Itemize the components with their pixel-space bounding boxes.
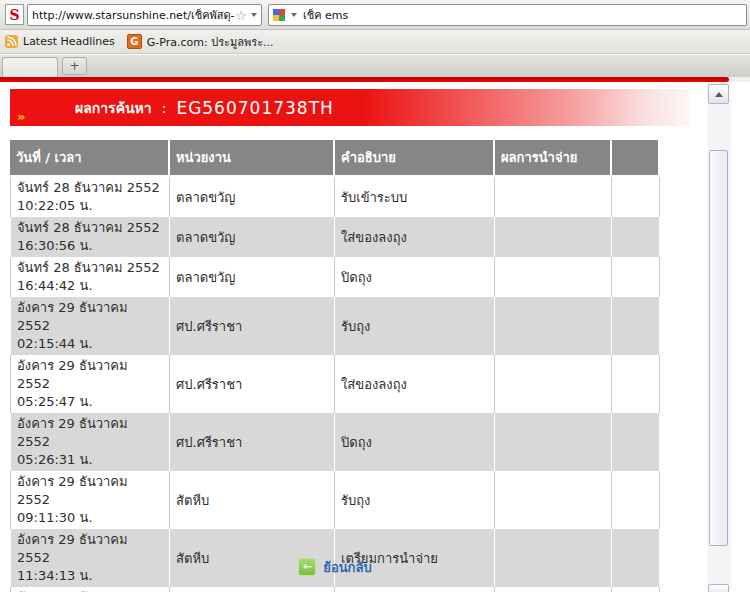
cell-unit: ศป.ศรีราชา (170, 297, 335, 355)
table-row: จันทร์ 28 ธันวาคม 255216:44:42 น. ตลาดขว… (10, 257, 660, 297)
cell-recipient (612, 297, 660, 355)
cell-result: ผู้รับได้รับเรียบร้อย (495, 587, 612, 592)
table-row: จันทร์ 28 ธันวาคม 255216:30:56 น. ตลาดขว… (10, 217, 660, 257)
scrollbar-up-button[interactable] (708, 84, 729, 104)
bookmark-gpra[interactable]: G G-Pra.com: ประมูลพระ... (127, 33, 274, 51)
tracking-table: วันที่ / เวลา หน่วยงาน คำอธิบาย ผลการนำจ… (10, 140, 660, 592)
cell-datetime: จันทร์ 28 ธันวาคม 255216:44:42 น. (10, 257, 170, 297)
navigation-toolbar: S http://www.starsunshine.net/เช็คพัสดุ-… (0, 0, 750, 30)
favicon-letter: S (9, 7, 19, 23)
cell-datetime: อังคาร 29 ธันวาคม 255202:15:44 น. (10, 297, 170, 355)
cell-unit: ศป.ศรีราชา (170, 355, 335, 413)
page-content: » ผลการค้นหา : EG560701738TH วันที่ / เว… (0, 82, 750, 592)
cell-description: ใส่ของลงถุง (335, 355, 495, 413)
cell-unit: ตลาดขวัญ (170, 177, 335, 217)
header-description: คำอธิบาย (335, 140, 495, 177)
cell-datetime: อังคาร 29 ธันวาคม 255209:11:30 น. (10, 471, 170, 529)
table-row: อังคาร 29 ธันวาคม 255209:11:30 น. สัตหีบ… (10, 471, 660, 529)
browser-tab[interactable] (2, 57, 58, 77)
cell-recipient (612, 217, 660, 257)
header-result: ผลการนำจ่าย (495, 140, 612, 177)
bookmark-star-icon[interactable]: ☆ (235, 9, 247, 22)
cell-result (495, 177, 612, 217)
back-button[interactable]: ← ย้อนกลับ (298, 557, 371, 578)
header-blank (612, 140, 660, 177)
table-row: อังคาร 29 ธันวาคม 255209:00-11:59 น. สัต… (10, 587, 660, 592)
bookmark-latest-headlines[interactable]: Latest Headlines (5, 35, 115, 48)
cell-unit: สัตหีบ (170, 587, 335, 592)
scrollbar-down-button[interactable] (708, 584, 729, 592)
cell-recipient (612, 471, 660, 529)
cell-unit: ตลาดขวัญ (170, 257, 335, 297)
tracking-number: EG560701738TH (176, 98, 333, 118)
url-bar[interactable]: http://www.starsunshine.net/เช็คพัสดุ-EM… (27, 4, 262, 26)
header-datetime: วันที่ / เวลา (10, 140, 170, 177)
cell-description: ปิดถุง (335, 257, 495, 297)
cell-datetime: อังคาร 29 ธันวาคม 255205:25:47 น. (10, 355, 170, 413)
cell-datetime: จันทร์ 28 ธันวาคม 255216:30:56 น. (10, 217, 170, 257)
bookmark-label: G-Pra.com: ประมูลพระ... (147, 33, 274, 51)
scrollbar-thumb[interactable] (709, 150, 728, 546)
cell-result (495, 471, 612, 529)
header-unit: หน่วยงาน (170, 140, 335, 177)
new-tab-button[interactable]: + (62, 57, 87, 75)
gpra-icon: G (127, 34, 142, 49)
cell-recipient (612, 355, 660, 413)
tab-bar: + (0, 54, 750, 77)
result-header-separator: : (162, 100, 167, 116)
up-arrow-icon (715, 92, 723, 97)
chevron-double-icon: » (17, 109, 25, 124)
cell-result (495, 217, 612, 257)
cell-recipient (612, 177, 660, 217)
cell-description: รับเข้าระบบ (335, 177, 495, 217)
search-text: เช็ค ems (303, 6, 742, 24)
bookmark-label: Latest Headlines (23, 35, 115, 48)
bookmarks-toolbar: Latest Headlines G G-Pra.com: ประมูลพระ.… (0, 30, 750, 54)
cell-unit: ศป.ศรีราชา (170, 413, 335, 471)
cell-description: รับถุง (335, 471, 495, 529)
cell-recipient (612, 413, 660, 471)
cell-recipient (612, 257, 660, 297)
cell-result (495, 413, 612, 471)
cell-description: ปิดถุง (335, 413, 495, 471)
table-header-row: วันที่ / เวลา หน่วยงาน คำอธิบาย ผลการนำจ… (10, 140, 660, 177)
cell-result (495, 297, 612, 355)
cell-datetime: อังคาร 29 ธันวาคม 255205:26:31 น. (10, 413, 170, 471)
cell-unit: ตลาดขวัญ (170, 217, 335, 257)
vertical-scrollbar (707, 83, 731, 592)
url-text: http://www.starsunshine.net/เช็คพัสดุ-EM… (32, 6, 235, 24)
url-dropdown-caret-icon[interactable] (251, 13, 257, 17)
back-button-label: ย้อนกลับ (323, 557, 371, 578)
cell-result (495, 257, 612, 297)
cell-description: ใส่ของลงถุง (335, 217, 495, 257)
back-arrow-icon: ← (298, 558, 316, 576)
table-row: จันทร์ 28 ธันวาคม 255210:22:05 น. ตลาดขว… (10, 177, 660, 217)
back-navigation: ← ย้อนกลับ (10, 555, 660, 578)
site-favicon: S (5, 4, 24, 25)
search-bar[interactable]: เช็ค ems (268, 4, 747, 26)
result-header-label: ผลการค้นหา (75, 97, 152, 119)
search-engine-dropdown-caret-icon[interactable] (291, 13, 297, 17)
table-row: อังคาร 29 ธันวาคม 255205:26:31 น. ศป.ศรี… (10, 413, 660, 471)
cell-description: สถานะการนำจ่าย (335, 587, 495, 592)
cell-result (495, 355, 612, 413)
cell-description: รับถุง (335, 297, 495, 355)
cell-recipient: ชื่อผู้รับ (612, 587, 660, 592)
cell-datetime: อังคาร 29 ธันวาคม 255209:00-11:59 น. (10, 587, 170, 592)
search-result-header: » ผลการค้นหา : EG560701738TH (10, 89, 690, 126)
rss-icon (5, 35, 18, 48)
table-row: อังคาร 29 ธันวาคม 255205:25:47 น. ศป.ศรี… (10, 355, 660, 413)
cell-unit: สัตหีบ (170, 471, 335, 529)
cell-datetime: จันทร์ 28 ธันวาคม 255210:22:05 น. (10, 177, 170, 217)
google-icon (273, 9, 285, 21)
table-row: อังคาร 29 ธันวาคม 255202:15:44 น. ศป.ศรี… (10, 297, 660, 355)
